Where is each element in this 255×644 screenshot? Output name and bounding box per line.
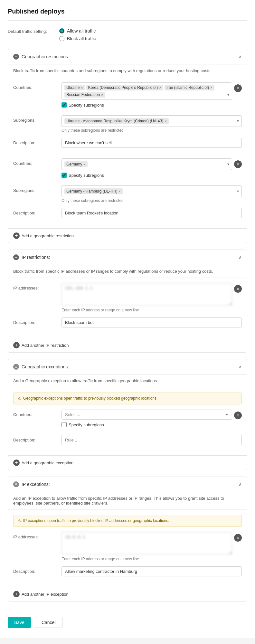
ip-addresses-textarea[interactable]: 192.168.1.1 [61, 283, 232, 306]
ip-exception-description-input[interactable] [61, 566, 242, 576]
warning-icon: ⚠ [17, 396, 21, 401]
ip-restrictions-header[interactable]: − IP restrictions: ∧ [8, 250, 247, 265]
geo-exceptions-body: ⚠ Geographic exceptions open traffic to … [8, 387, 247, 455]
ip-exception-addresses-content: 10.0.0.1 Enter each IP address or range … [61, 532, 242, 561]
specify-subregions-label-1[interactable]: Specify subregions [69, 103, 104, 108]
geo-exceptions-warning-text: Geographic exceptions open traffic to pr… [23, 396, 157, 401]
remove-crimea[interactable]: × [165, 119, 166, 123]
ip-warning-icon: ⚠ [17, 518, 21, 523]
ip-addresses-hint: Enter each IP address or range on a new … [61, 308, 232, 312]
save-button[interactable]: Save [8, 617, 31, 628]
countries-dropdown-icon-1[interactable]: ▾ [227, 92, 229, 97]
add-ip-restriction-row: + Add another IP restriction [8, 338, 247, 352]
geo-exception-specify-subregions-label[interactable]: Specify subregions [69, 422, 104, 427]
specify-subregions-row-2: Specify subregions [61, 173, 232, 178]
add-geo-exception-btn[interactable]: + Add a geographic exception [13, 459, 73, 466]
geo-exception-specify-subregions-row: Specify subregions [61, 422, 232, 427]
subregion-hint-1: Only these subregions are restricted [61, 128, 242, 133]
clear-ip-btn[interactable]: × [234, 285, 242, 293]
allow-traffic-radio[interactable] [59, 28, 64, 33]
ip-exception-hint: Enter each IP address or range on a new … [61, 557, 232, 561]
subregions-tags-1[interactable]: Ukraine - Avtonomna Respublika Krym (Cri… [61, 115, 242, 127]
remove-germany[interactable]: × [83, 162, 85, 166]
ip-exceptions-warning-text: IP exceptions open traffic to previously… [23, 518, 169, 523]
block-traffic-option[interactable]: Block all traffic [59, 36, 96, 41]
ip-exceptions-header[interactable]: ≡ IP exceptions: ∧ [8, 477, 247, 492]
geo-exception-countries-select[interactable]: Select... [61, 410, 232, 420]
add-ip-restriction-icon: + [13, 342, 20, 348]
description-content-2 [61, 208, 242, 218]
country-tag-iran: Iran (Islamic Republic of) × [165, 85, 214, 90]
geo-restrictions-chevron: ∧ [239, 54, 242, 59]
geo-exception-select-with-clear: Select... Specify subregions × [61, 410, 242, 430]
traffic-setting-label: Default traffic setting: [8, 28, 59, 34]
subregions-dropdown-icon-1[interactable]: ▾ [237, 119, 239, 123]
subregions-content-1: Ukraine - Avtonomna Respublika Krym (Cri… [61, 115, 242, 133]
traffic-setting-section: Default traffic setting: Allow all traff… [8, 28, 247, 41]
add-geo-restriction-icon: + [13, 232, 20, 239]
specify-subregions-checkbox-1[interactable] [61, 102, 67, 108]
countries-tags-2[interactable]: Germany × ▾ [61, 158, 232, 170]
geo-exceptions-description: Add a Geographic exception to allow traf… [8, 374, 247, 387]
add-geo-restriction-label: Add a geographic restriction [22, 233, 74, 238]
ip-restrictions-icon: − [13, 254, 19, 260]
allow-traffic-option[interactable]: Allow all traffic [59, 28, 96, 33]
clear-countries-btn-1[interactable]: × [234, 84, 242, 92]
add-ip-exception-row: + Add another IP exception [8, 587, 247, 601]
geo-restrictions-description: Block traffic from specific countries an… [8, 64, 247, 77]
geo-restrictions-header[interactable]: − Geographic restrictions: ∧ [8, 49, 247, 64]
cancel-button[interactable]: Cancel [35, 617, 62, 628]
ip-description-label: Description: [13, 317, 61, 325]
subregions-label-1: Subregions: [13, 115, 61, 123]
subregions-label-2: Subregions: [13, 185, 61, 193]
add-geo-restriction-btn[interactable]: + Add a geographic restriction [13, 232, 74, 239]
subregion-tag-crimea: Ukraine - Avtonomna Respublika Krym (Cri… [64, 118, 169, 124]
ip-exception-textarea[interactable]: 10.0.0.1 [61, 532, 232, 554]
description-input-2[interactable] [61, 208, 242, 218]
ip-description-input[interactable] [61, 317, 242, 327]
countries-dropdown-icon-2[interactable]: ▾ [227, 162, 229, 166]
ip-restrictions-description: Block traffic from specific IP addresses… [8, 265, 247, 278]
ip-addresses-content: 192.168.1.1 Enter each IP address or ran… [61, 283, 242, 312]
subregions-dropdown-icon-2[interactable]: ▾ [237, 189, 239, 194]
country-tag-ukraine: Ukraine × [64, 85, 85, 90]
ip-restrictions-chevron: ∧ [239, 255, 242, 260]
clear-geo-exception-btn[interactable]: × [234, 412, 242, 419]
specify-subregions-label-2[interactable]: Specify subregions [69, 173, 104, 178]
ip-addresses-row: IP addresses: 192.168.1.1 Enter each IP … [13, 283, 242, 312]
add-ip-exception-btn[interactable]: + Add another IP exception [13, 591, 69, 597]
subregions-tags-2[interactable]: Germany - Hamburg (DE-HH) × ▾ [61, 185, 242, 197]
description-input-1[interactable] [61, 138, 242, 148]
geo-exception-description-label: Description: [13, 435, 61, 442]
add-geo-exception-label: Add a geographic exception [22, 460, 73, 465]
geo-exceptions-icon: ≡ [13, 364, 19, 370]
country-tag-germany: Germany × [64, 161, 88, 167]
geo-restrictions-section: − Geographic restrictions: ∧ Block traff… [8, 49, 247, 243]
geo-exception-specify-subregions-checkbox[interactable] [61, 422, 67, 427]
clear-countries-btn-2[interactable]: × [234, 160, 242, 168]
remove-korea[interactable]: × [159, 86, 161, 90]
geo-restrictions-icon: − [13, 54, 19, 60]
countries-tags-1[interactable]: Ukraine × Korea (Democratic People's Rep… [61, 82, 232, 100]
ip-exceptions-warning: ⚠ IP exceptions open traffic to previous… [13, 515, 242, 527]
clear-ip-exception-btn[interactable]: × [234, 534, 242, 542]
remove-ukraine[interactable]: × [81, 86, 83, 90]
ip-restrictions-title: IP restrictions: [22, 255, 50, 260]
add-ip-restriction-btn[interactable]: + Add another IP restriction [13, 342, 69, 348]
specify-subregions-checkbox-2[interactable] [61, 173, 67, 178]
ip-exception-description-label: Description: [13, 566, 61, 574]
geo-exceptions-header[interactable]: ≡ Geographic exceptions: ∧ [8, 359, 247, 374]
geo-exceptions-warning: ⚠ Geographic exceptions open traffic to … [13, 393, 242, 404]
geo-exceptions-section: ≡ Geographic exceptions: ∧ Add a Geograp… [8, 359, 247, 470]
remove-hamburg[interactable]: × [119, 189, 121, 193]
ip-addresses-with-clear: 192.168.1.1 Enter each IP address or ran… [61, 283, 242, 312]
ip-exceptions-description: Add an IP exception to allow traffic fro… [8, 492, 247, 510]
remove-russia[interactable]: × [101, 93, 103, 97]
page-title: Published deploys [8, 8, 247, 21]
remove-iran[interactable]: × [210, 86, 212, 90]
ip-restrictions-body: IP addresses: 192.168.1.1 Enter each IP … [8, 278, 247, 338]
block-traffic-radio[interactable] [59, 36, 64, 41]
geo-restriction-1-description-row: Description: [13, 138, 242, 148]
country-tag-russia: Russian Federation × [64, 92, 105, 98]
geo-exception-description-input[interactable] [61, 435, 242, 445]
